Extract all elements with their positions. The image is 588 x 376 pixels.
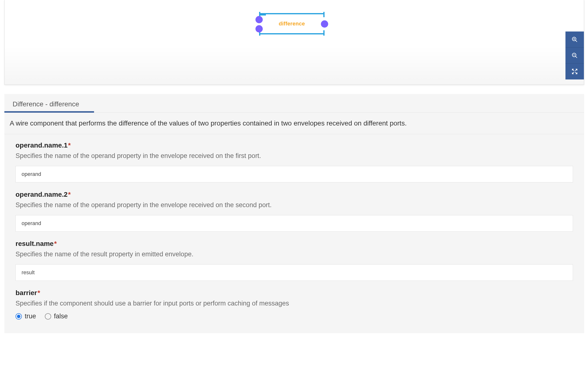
- field-label: barrier*: [16, 289, 573, 297]
- zoom-out-icon: [572, 52, 578, 59]
- properties-panel: Difference - difference A wire component…: [4, 94, 584, 333]
- panel-title: Difference - difference: [13, 100, 79, 108]
- barrier-radio-true[interactable]: true: [16, 313, 36, 320]
- node-difference[interactable]: difference: [259, 13, 325, 34]
- zoom-in-icon: [572, 36, 578, 43]
- field-barrier: barrier* Specifies if the component shou…: [4, 282, 584, 333]
- radio-label: false: [54, 313, 68, 320]
- required-asterisk: *: [38, 289, 40, 297]
- fit-screen-icon: [572, 68, 578, 75]
- field-help: Specifies the name of the operand proper…: [16, 152, 573, 160]
- result-name-input[interactable]: [16, 264, 573, 281]
- operand-name-2-input[interactable]: [16, 215, 573, 232]
- required-asterisk: *: [68, 191, 71, 198]
- field-help: Specifies the name of the result propert…: [16, 251, 573, 258]
- radio-icon: [45, 313, 51, 320]
- zoom-fit-button[interactable]: [566, 63, 584, 79]
- field-label-text: operand.name.1: [16, 141, 68, 149]
- panel-description: A wire component that performs the diffe…: [4, 113, 584, 134]
- required-asterisk: *: [68, 141, 71, 149]
- tab-underline: [4, 111, 94, 113]
- port-input-2[interactable]: [255, 25, 263, 32]
- field-label: result.name*: [16, 240, 573, 248]
- port-input-1[interactable]: [255, 16, 263, 23]
- svg-line-5: [575, 56, 577, 58]
- node-label: difference: [279, 21, 305, 27]
- field-operand-name-2: operand.name.2* Specifies the name of th…: [4, 183, 584, 233]
- node-corner: [323, 30, 325, 36]
- field-label: operand.name.2*: [16, 191, 573, 198]
- field-result-name: result.name* Specifies the name of the r…: [4, 233, 584, 282]
- operand-name-1-input[interactable]: [16, 166, 573, 182]
- field-label-text: operand.name.2: [16, 191, 68, 198]
- field-label-text: result.name: [16, 240, 53, 247]
- barrier-radio-false[interactable]: false: [45, 313, 68, 320]
- field-label: operand.name.1*: [16, 141, 573, 149]
- zoom-in-button[interactable]: [566, 31, 584, 47]
- zoom-out-button[interactable]: [566, 47, 584, 63]
- panel-tab[interactable]: Difference - difference: [4, 94, 584, 113]
- field-help: Specifies the name of the operand proper…: [16, 201, 573, 209]
- required-asterisk: *: [54, 240, 57, 247]
- node-corner: [323, 12, 325, 17]
- radio-icon: [16, 313, 22, 320]
- svg-line-1: [575, 40, 577, 42]
- wire-graph-canvas[interactable]: difference: [4, 0, 584, 85]
- zoom-controls: [566, 31, 584, 79]
- radio-label: true: [25, 313, 36, 320]
- port-output[interactable]: [321, 20, 328, 28]
- field-help: Specifies if the component should use a …: [16, 300, 573, 307]
- field-operand-name-1: operand.name.1* Specifies the name of th…: [4, 134, 584, 183]
- barrier-radio-group: true false: [16, 313, 573, 332]
- field-label-text: barrier: [16, 289, 37, 297]
